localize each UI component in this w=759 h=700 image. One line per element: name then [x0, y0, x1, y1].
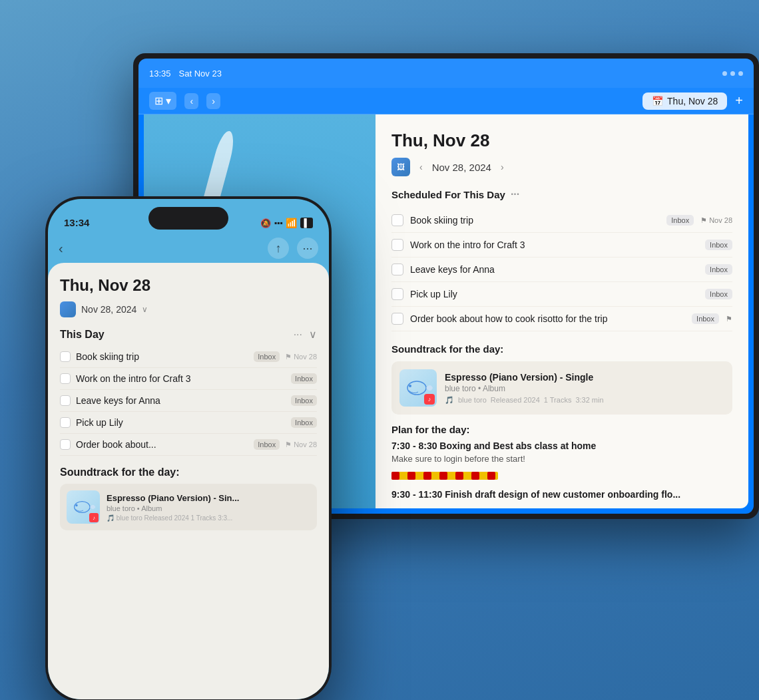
phone-top-bar: ‹ ↑ ··· — [48, 234, 329, 263]
phone-music-artist: blue toro • Album — [107, 504, 239, 512]
music-tracks: 1 Tracks — [544, 396, 572, 404]
journal-date-text: Nov 28, 2024 — [432, 162, 491, 173]
phone-time: 13:34 — [64, 217, 89, 228]
phone-music-duration: 3:3... — [218, 514, 232, 522]
phone-device: 13:34 🔕 ▪▪▪ 📶 ▌ ‹ ↑ ··· Thu, Nov 28 Nov — [45, 196, 332, 700]
list-item: Pick up Lily Inbox — [60, 412, 317, 434]
phone-task-badge-5[interactable]: Inbox — [254, 439, 280, 450]
phone-task-checkbox-2[interactable] — [60, 373, 71, 384]
bell-icon: 🔕 — [260, 218, 271, 228]
tablet-toolbar: ⊞ ▾ ‹ › 📅 Thu, Nov 28 + — [138, 88, 754, 114]
tablet-top-bar: 13:35 Sat Nov 23 — [138, 59, 754, 88]
phone-avatar — [60, 301, 76, 317]
next-date-button[interactable]: › — [497, 160, 508, 174]
task-name-5: Order book about how to cook risotto for… — [410, 313, 685, 324]
add-button[interactable]: + — [735, 93, 743, 108]
phone-task-checkbox-5[interactable] — [60, 439, 71, 450]
task-badge-2[interactable]: Inbox — [705, 240, 732, 250]
phone-task-badge-2[interactable]: Inbox — [291, 373, 317, 384]
phone-task-checkbox-1[interactable] — [60, 351, 71, 362]
phone-music-tracks: 1 Tracks — [191, 514, 216, 522]
phone-status-icons: 🔕 ▪▪▪ 📶 ▌ — [260, 218, 313, 228]
phone-content-area: Thu, Nov 28 Nov 28, 2024 ∨ This Day ··· … — [48, 263, 329, 699]
plan-divider-art — [391, 469, 732, 485]
phone-journal-title: Thu, Nov 28 — [60, 276, 317, 295]
tablet-journal-panel: Thu, Nov 28 🖼 ‹ Nov 28, 2024 › Scheduled… — [376, 114, 748, 508]
forward-button[interactable]: › — [206, 93, 220, 109]
task-checkbox-1[interactable] — [391, 214, 403, 226]
table-row: Order book about how to cook risotto for… — [391, 307, 732, 331]
phone-date-chevron[interactable]: ∨ — [142, 305, 148, 314]
phone-task-list: Book skiing trip Inbox ⚑ Nov 28 Work on … — [60, 346, 317, 456]
table-row: Book skiing trip Inbox ⚑ Nov 28 — [391, 208, 732, 233]
task-checkbox-2[interactable] — [391, 239, 403, 251]
soundtrack-title: Soundtrack for the day: — [391, 343, 732, 355]
phone-task-badge-1[interactable]: Inbox — [254, 351, 280, 362]
task-badge-4[interactable]: Inbox — [705, 289, 732, 299]
journal-date-row: 🖼 ‹ Nov 28, 2024 › — [391, 158, 732, 176]
phone-task-badge-4[interactable]: Inbox — [291, 417, 317, 428]
music-card[interactable]: ♪ Espresso (Piano Version) - Single blue… — [391, 361, 732, 415]
tablet-dots — [722, 71, 743, 76]
phone-soundtrack-title: Soundtrack for the day: — [60, 466, 317, 478]
task-checkbox-4[interactable] — [391, 288, 403, 300]
phone-back-button[interactable]: ‹ — [59, 241, 63, 256]
tablet-dot-2 — [730, 71, 735, 76]
music-icon: 🎵 — [445, 396, 454, 405]
phone-music-icon: 🎵 — [107, 514, 115, 522]
phone-music-card[interactable]: ♪ Espresso (Piano Version) - Sin... blue… — [60, 484, 317, 530]
tablet-task-list: Book skiing trip Inbox ⚑ Nov 28 Work on … — [391, 208, 732, 331]
plan-item-1-note: Make sure to login before the start! — [391, 454, 732, 464]
sidebar-toggle-button[interactable]: ⊞ ▾ — [149, 92, 176, 110]
soundtrack-section: Soundtrack for the day: ♪ — [391, 343, 732, 415]
flag-icon: ⚑ — [700, 216, 707, 225]
phone-share-button[interactable]: ↑ — [268, 238, 289, 259]
music-artist-meta: blue toro — [458, 396, 487, 404]
svg-rect-7 — [455, 472, 463, 480]
svg-rect-3 — [391, 472, 399, 480]
svg-rect-4 — [407, 472, 415, 480]
table-row: Leave keys for Anna Inbox — [391, 258, 732, 282]
battery-icon: ▌ — [300, 218, 313, 228]
task-checkbox-3[interactable] — [391, 263, 403, 275]
task-badge-5[interactable]: Inbox — [692, 313, 719, 324]
list-item: Work on the intro for Craft 3 Inbox — [60, 368, 317, 390]
list-item: Leave keys for Anna Inbox — [60, 390, 317, 412]
phone-section-collapse[interactable]: ∨ — [309, 328, 317, 341]
tablet-dot-3 — [738, 71, 743, 76]
table-row: Work on the intro for Craft 3 Inbox — [391, 233, 732, 258]
scheduled-section-header: Scheduled For This Day ··· — [391, 188, 732, 200]
phone-task-checkbox-3[interactable] — [60, 395, 71, 406]
phone-task-badge-3[interactable]: Inbox — [291, 395, 317, 406]
task-badge-1[interactable]: Inbox — [666, 215, 694, 226]
plan-item-1-title: 7:30 - 8:30 Boxing and Best abs class at… — [391, 440, 732, 451]
list-item: Order book about... Inbox ⚑ Nov 28 — [60, 434, 317, 456]
tablet-dot-1 — [722, 71, 727, 76]
task-checkbox-5[interactable] — [391, 313, 403, 325]
journal-title: Thu, Nov 28 — [391, 130, 732, 151]
phone-more-button[interactable]: ··· — [297, 238, 318, 259]
task-name-3: Leave keys for Anna — [410, 264, 698, 275]
wifi-icon: 📶 — [286, 218, 297, 228]
task-name-1: Book skiing trip — [410, 215, 660, 226]
music-meta: 🎵 blue toro Released 2024 1 Tracks 3:32 … — [445, 396, 604, 405]
table-row: Pick up Lily Inbox — [391, 282, 732, 307]
task-badge-3[interactable]: Inbox — [705, 264, 732, 275]
back-button[interactable]: ‹ — [184, 93, 198, 109]
checkerboard-art — [391, 469, 498, 482]
svg-rect-8 — [471, 472, 479, 480]
tablet-time: 13:35 — [149, 69, 171, 79]
phone-task-flag-5: ⚑ Nov 28 — [285, 440, 317, 449]
phone-flag-icon-1: ⚑ — [285, 353, 292, 361]
section-menu-icon[interactable]: ··· — [511, 188, 519, 200]
phone-date-text: Nov 28, 2024 — [81, 304, 136, 315]
svg-rect-9 — [487, 472, 495, 480]
phone-section-title: This Day — [60, 329, 105, 341]
phone-task-checkbox-4[interactable] — [60, 417, 71, 428]
music-title: Espresso (Piano Version) - Single — [445, 372, 604, 383]
phone-music-thumbnail: ♪ — [67, 490, 100, 524]
date-picker-button[interactable]: 📅 Thu, Nov 28 — [642, 92, 727, 110]
toolbar-date-label: Thu, Nov 28 — [667, 96, 718, 106]
prev-date-button[interactable]: ‹ — [415, 160, 427, 174]
phone-section-menu[interactable]: ··· — [294, 329, 302, 341]
